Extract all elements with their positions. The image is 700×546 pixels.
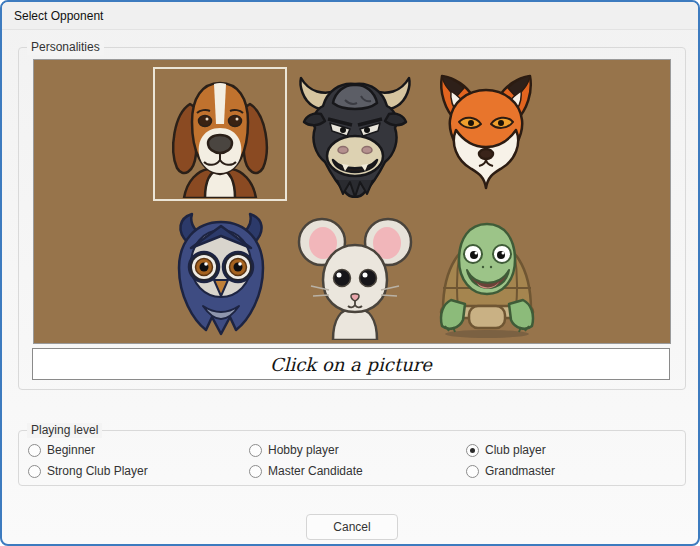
radio-circle-club-player [466, 444, 479, 457]
radio-circle-beginner [28, 444, 41, 457]
avatar-owl[interactable] [157, 212, 285, 340]
radio-label-master-candidate: Master Candidate [268, 464, 363, 478]
radio-master-candidate[interactable]: Master Candidate [249, 464, 363, 478]
avatar-beagle[interactable] [156, 70, 284, 198]
personalities-panel [33, 59, 671, 344]
avatar-turtle[interactable] [423, 212, 551, 340]
avatar-mouse[interactable] [291, 212, 419, 340]
owl-icon [157, 212, 285, 340]
playing-level-groupbox: Playing level Beginner Strong Club Playe… [18, 430, 686, 486]
bull-icon [291, 70, 419, 198]
avatar-fox[interactable] [422, 70, 550, 198]
window-title: Select Opponent [14, 9, 103, 23]
turtle-icon [423, 212, 551, 340]
radio-circle-grandmaster [466, 465, 479, 478]
radio-circle-strong-club-player [28, 465, 41, 478]
radio-label-grandmaster: Grandmaster [485, 464, 555, 478]
personalities-group-label: Personalities [27, 40, 104, 55]
beagle-icon [156, 70, 284, 198]
titlebar[interactable]: Select Opponent [2, 2, 698, 30]
select-opponent-dialog: Select Opponent Personalities [0, 0, 700, 546]
radio-label-strong-club-player: Strong Club Player [47, 464, 148, 478]
radio-strong-club-player[interactable]: Strong Club Player [28, 464, 148, 478]
avatar-bull[interactable] [291, 70, 419, 198]
radio-club-player[interactable]: Club player [466, 443, 546, 457]
radio-label-club-player: Club player [485, 443, 546, 457]
fox-icon [422, 70, 550, 198]
cancel-button[interactable]: Cancel [306, 514, 398, 540]
radio-circle-master-candidate [249, 465, 262, 478]
radio-label-beginner: Beginner [47, 443, 95, 457]
hint-bar: Click on a picture [32, 348, 670, 380]
playing-level-group-label: Playing level [27, 423, 102, 438]
personalities-groupbox: Personalities [18, 47, 686, 390]
hint-text: Click on a picture [270, 354, 432, 375]
radio-hobby-player[interactable]: Hobby player [249, 443, 339, 457]
radio-grandmaster[interactable]: Grandmaster [466, 464, 555, 478]
radio-circle-hobby-player [249, 444, 262, 457]
radio-label-hobby-player: Hobby player [268, 443, 339, 457]
mouse-icon [291, 212, 419, 340]
radio-beginner[interactable]: Beginner [28, 443, 95, 457]
